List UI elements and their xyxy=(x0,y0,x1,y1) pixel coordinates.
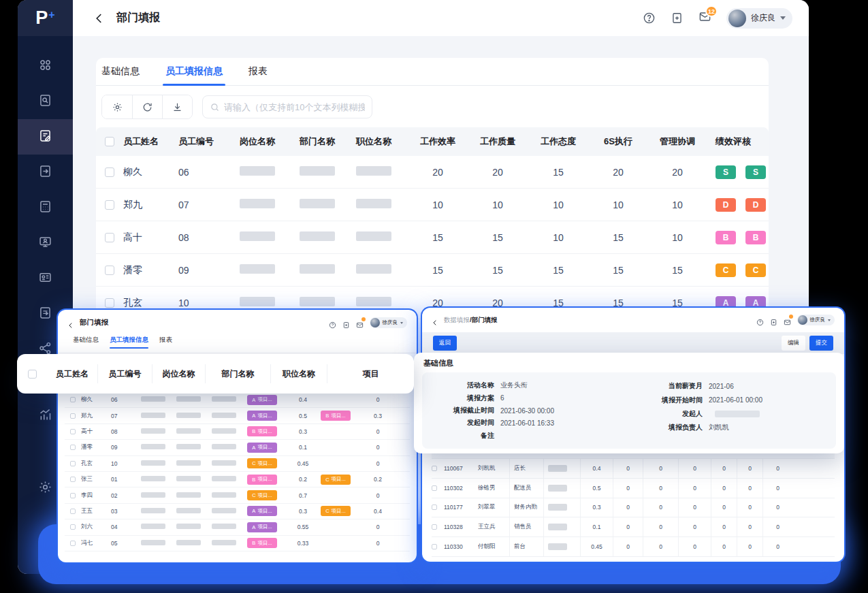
popup-right-header: 数据填报 /部门填报 徐庆良 xyxy=(422,308,844,332)
row-checkbox[interactable] xyxy=(70,477,76,482)
table-row[interactable]: 高十 08 B项目... 0.3 项目... 0 xyxy=(65,424,410,440)
monitor-user-icon xyxy=(38,235,52,252)
back-icon[interactable] xyxy=(67,319,74,326)
submit-button[interactable]: 提交 xyxy=(809,336,833,351)
row-checkbox[interactable] xyxy=(432,466,437,471)
work-attitude-value: 15 xyxy=(528,298,589,308)
table-row[interactable]: 冯七 05 B项目... 0.33 项目... 0 xyxy=(65,536,410,551)
row-checkbox[interactable] xyxy=(70,509,76,514)
user-menu[interactable]: 徐庆良 xyxy=(726,8,792,29)
sidebar-item-calculator[interactable] xyxy=(18,190,73,225)
row-checkbox[interactable] xyxy=(105,298,114,308)
tab-basic-info[interactable]: 基础信息 xyxy=(101,58,140,85)
row-checkbox[interactable] xyxy=(70,493,76,498)
redacted-position xyxy=(356,166,391,176)
app-logo[interactable]: P + xyxy=(18,0,73,36)
employee-name: 付朝阳 xyxy=(478,537,509,556)
sidebar-item-apps[interactable] xyxy=(18,48,73,84)
table-row[interactable]: 王五 03 A项目... 0.3 C项目... 0.4 xyxy=(65,504,410,519)
row-checkbox[interactable] xyxy=(70,461,76,466)
table-row[interactable]: 110067 刘凯凯 店长 0.4 0 0 0 0 0 0 xyxy=(432,459,835,479)
table-row[interactable]: 刘六 04 A项目... 0.55 项目... 0 xyxy=(65,519,410,535)
tab-report[interactable]: 报表 xyxy=(159,336,172,349)
row-checkbox[interactable] xyxy=(70,541,76,546)
sidebar-item-id-card[interactable] xyxy=(18,261,73,296)
new-document-icon[interactable] xyxy=(770,317,777,324)
management-value: 20 xyxy=(647,167,707,178)
mail-icon[interactable] xyxy=(356,319,364,327)
row-checkbox[interactable] xyxy=(432,544,437,549)
help-icon[interactable] xyxy=(756,317,764,324)
row-checkbox[interactable] xyxy=(70,524,76,530)
redacted-value xyxy=(548,524,567,530)
new-document-icon[interactable] xyxy=(342,319,350,327)
sidebar-item-monitor-user[interactable] xyxy=(18,225,73,261)
row-checkbox[interactable] xyxy=(105,167,114,177)
sidebar-item-doc-edit[interactable] xyxy=(18,119,73,155)
breadcrumb-parent[interactable]: 数据填报 xyxy=(444,316,470,325)
tab-basic-info[interactable]: 基础信息 xyxy=(73,336,99,349)
table-row[interactable]: 柳久 06 A项目... 0.4 项目... 0 xyxy=(65,392,410,408)
table-row[interactable]: 郑九 07 10 10 10 10 10 xyxy=(96,189,769,221)
field-label: 备注 xyxy=(432,431,494,440)
info-field: 填报截止时间 2021-06-30 00:00 xyxy=(432,404,629,417)
back-icon[interactable] xyxy=(432,317,438,323)
table-row[interactable]: 110177 刘翠翠 财务内勤 0.3 0 0 0 0 0 0 xyxy=(432,498,835,518)
tab-employee-report[interactable]: 员工填报信息 xyxy=(165,58,223,85)
row-checkbox[interactable] xyxy=(432,504,437,510)
table-row[interactable]: 110302 徐锆男 配送员 0.5 0 0 0 0 0 0 xyxy=(432,479,835,498)
table-row[interactable]: 110328 王立兵 销售员 0.1 0 0 0 0 0 0 xyxy=(432,517,835,537)
refresh-button[interactable] xyxy=(132,95,162,118)
edit-button[interactable]: 编辑 xyxy=(782,336,805,351)
row-checkbox[interactable] xyxy=(432,485,437,491)
table-row[interactable]: 高十 08 15 15 10 15 10 xyxy=(96,221,769,254)
sidebar-item-doc-export[interactable] xyxy=(18,155,73,190)
row-checkbox[interactable] xyxy=(70,429,76,434)
download-button[interactable] xyxy=(162,95,192,118)
table-row[interactable]: 张三 01 B项目... 0.2 C项目... 0.2 xyxy=(65,472,410,487)
row-checkbox[interactable] xyxy=(70,397,76,402)
table-row[interactable]: 潘零 09 A项目... 0.1 项目... 0 xyxy=(65,440,410,455)
row-checkbox[interactable] xyxy=(105,266,114,275)
back-icon[interactable] xyxy=(93,12,106,25)
employee-name: 潘零 xyxy=(123,264,167,276)
column-settings-button[interactable] xyxy=(102,95,132,118)
user-menu[interactable]: 徐庆良 xyxy=(797,315,835,325)
tab-report[interactable]: 报表 xyxy=(248,58,268,85)
row-checkbox[interactable] xyxy=(70,445,76,450)
help-icon[interactable] xyxy=(643,12,656,25)
id-card-icon xyxy=(38,270,52,287)
table-row[interactable]: 柳久 06 20 20 15 20 20 xyxy=(96,156,769,189)
project-ratio: 0 xyxy=(360,444,396,451)
return-button[interactable]: 返回 xyxy=(433,336,457,351)
work-quality-value: 15 xyxy=(468,265,528,276)
position-name: 销售员 xyxy=(509,517,543,536)
search-input[interactable] xyxy=(224,102,365,112)
mail-button[interactable]: 12 xyxy=(698,10,711,26)
table-row[interactable]: 孔玄 10 C项目... 0.45 项目... 0 xyxy=(65,456,410,472)
select-all-checkbox[interactable] xyxy=(105,137,114,146)
topbar: 部门填报 12 徐庆良 xyxy=(73,0,809,36)
new-document-icon[interactable] xyxy=(671,12,684,25)
redacted-value xyxy=(212,460,236,466)
row-checkbox[interactable] xyxy=(105,200,114,210)
table-row[interactable]: 郑九 07 A项目... 0.5 B项目... 0.3 xyxy=(65,408,410,423)
redacted-value xyxy=(212,540,236,545)
sidebar-item-doc-search[interactable] xyxy=(18,84,73,119)
row-checkbox[interactable] xyxy=(105,233,114,242)
row-checkbox[interactable] xyxy=(70,413,76,419)
redacted-dept xyxy=(300,264,335,274)
tab-employee-report[interactable]: 员工填报信息 xyxy=(110,336,148,349)
redacted-value xyxy=(141,540,165,545)
redacted-value xyxy=(141,508,165,513)
select-all-checkbox[interactable] xyxy=(28,370,37,379)
mail-icon[interactable] xyxy=(784,317,791,324)
table-row[interactable]: 李四 02 C项目... 0.7 项目... 0 xyxy=(65,487,410,503)
work-attitude-value: 15 xyxy=(528,167,589,178)
table-row[interactable]: 潘零 09 15 15 15 15 15 xyxy=(96,254,769,287)
table-row[interactable]: 110330 付朝阳 前台 0.45 0 0 0 0 0 0 xyxy=(432,537,835,557)
row-checkbox[interactable] xyxy=(432,524,437,530)
user-menu[interactable]: 徐庆良 xyxy=(370,317,408,328)
help-icon[interactable] xyxy=(329,319,336,327)
employee-no: 10 xyxy=(111,460,141,467)
